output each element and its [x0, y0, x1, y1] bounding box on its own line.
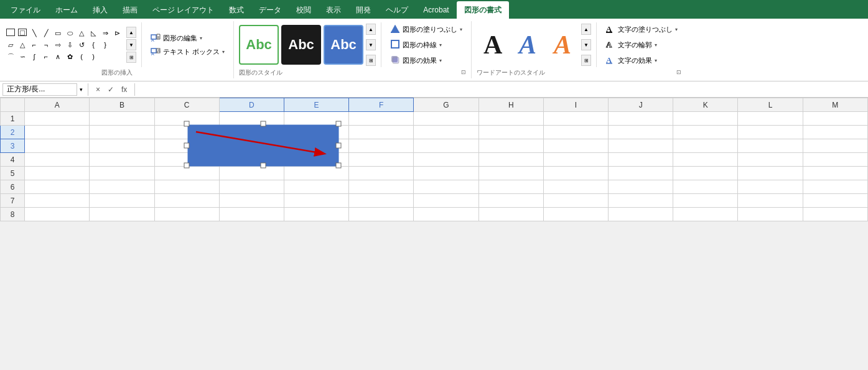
- cell-M4[interactable]: [803, 153, 867, 167]
- shape-rtriangle-icon[interactable]: ◺: [88, 27, 99, 39]
- cell-E4[interactable]: [284, 153, 348, 167]
- col-header-B[interactable]: B: [90, 98, 154, 112]
- cell-B6[interactable]: [90, 180, 154, 194]
- shape-style-2-button[interactable]: Abc: [281, 25, 321, 65]
- shape-chevron-icon[interactable]: ⊳: [111, 27, 123, 39]
- cell-F6[interactable]: [349, 180, 414, 194]
- name-box-dropdown-icon[interactable]: ▾: [80, 86, 83, 93]
- cell-D4[interactable]: [219, 153, 284, 167]
- cell-A5[interactable]: [25, 167, 90, 180]
- cell-J5[interactable]: [609, 167, 673, 180]
- cell-K3[interactable]: [673, 139, 738, 153]
- row-header-4[interactable]: 4: [1, 153, 25, 167]
- tab-acrobat[interactable]: Acrobat: [416, 1, 456, 19]
- shape-etc-icon[interactable]: [111, 39, 123, 50]
- textbox-button[interactable]: A A テキスト ボックス ▾: [147, 45, 228, 58]
- cell-L4[interactable]: [738, 153, 803, 167]
- col-header-E[interactable]: E: [284, 98, 348, 112]
- formula-button[interactable]: fx: [119, 84, 129, 95]
- text-fill-button[interactable]: A 文字の塗りつぶし ▾: [602, 22, 681, 36]
- shape-corner-icon[interactable]: ⌐: [40, 51, 52, 62]
- col-header-K[interactable]: K: [673, 98, 738, 112]
- cell-A4[interactable]: [25, 153, 90, 167]
- cell-E7[interactable]: [284, 194, 348, 208]
- cell-G2[interactable]: [414, 126, 478, 139]
- cell-I6[interactable]: [543, 180, 608, 194]
- tab-help[interactable]: ヘルプ: [378, 1, 416, 19]
- cell-A3[interactable]: [25, 139, 90, 153]
- cell-I4[interactable]: [543, 153, 608, 167]
- style-scroll-down[interactable]: ▼: [366, 39, 376, 50]
- cell-E8[interactable]: [284, 208, 348, 221]
- wordart-scroll-down[interactable]: ▼: [581, 39, 591, 50]
- shape-arrow3-icon[interactable]: ⇩: [64, 39, 75, 50]
- cell-L6[interactable]: [738, 180, 803, 194]
- cell-C2[interactable]: [154, 126, 219, 139]
- cell-D5[interactable]: [219, 167, 284, 180]
- cell-L5[interactable]: [738, 167, 803, 180]
- cell-G1[interactable]: [414, 112, 478, 126]
- cell-C8[interactable]: [154, 208, 219, 221]
- row-header-5[interactable]: 5: [1, 167, 25, 180]
- cell-C4[interactable]: [154, 153, 219, 167]
- tab-view[interactable]: 表示: [319, 1, 348, 19]
- cell-J3[interactable]: [609, 139, 673, 153]
- style-scroll-up[interactable]: ▲: [366, 24, 376, 35]
- col-header-L[interactable]: L: [738, 98, 803, 112]
- cell-J4[interactable]: [609, 153, 673, 167]
- shape-arc-icon[interactable]: ⌒: [5, 51, 16, 62]
- shape-rect2-icon[interactable]: ▭: [52, 27, 63, 39]
- wordart-orange-button[interactable]: A: [546, 27, 579, 62]
- shape-style-1-button[interactable]: Abc: [239, 25, 279, 65]
- text-outline-button[interactable]: A 文字の輪郭 ▾: [602, 38, 681, 52]
- cell-M3[interactable]: [803, 139, 867, 153]
- cell-K5[interactable]: [673, 167, 738, 180]
- shape-curly2-icon[interactable]: }: [100, 39, 111, 50]
- cell-F4[interactable]: [349, 153, 414, 167]
- shape-flower-icon[interactable]: ✿: [64, 51, 75, 62]
- cancel-button[interactable]: ×: [93, 84, 103, 95]
- shape-brace2-icon[interactable]: ): [88, 51, 99, 62]
- cell-D7[interactable]: [219, 194, 284, 208]
- cell-B3[interactable]: [90, 139, 154, 153]
- cell-I8[interactable]: [543, 208, 608, 221]
- cell-B5[interactable]: [90, 167, 154, 180]
- cell-B1[interactable]: [90, 112, 154, 126]
- shape-extra2-icon[interactable]: [111, 51, 123, 62]
- tab-file[interactable]: ファイル: [3, 1, 48, 19]
- cell-I1[interactable]: [543, 112, 608, 126]
- wordart-black-button[interactable]: A: [477, 27, 509, 62]
- row-header-6[interactable]: 6: [1, 180, 25, 194]
- cell-K1[interactable]: [673, 112, 738, 126]
- col-header-G[interactable]: G: [414, 98, 478, 112]
- cell-I5[interactable]: [543, 167, 608, 180]
- cell-H4[interactable]: [478, 153, 543, 167]
- shape-scroll-up[interactable]: ▲: [126, 27, 136, 38]
- col-header-M[interactable]: M: [803, 98, 867, 112]
- cell-I3[interactable]: [543, 139, 608, 153]
- tab-insert[interactable]: 挿入: [85, 1, 115, 19]
- shape-arrow2-icon[interactable]: ⇨: [52, 39, 63, 50]
- shape-circlearrow-icon[interactable]: ↺: [76, 39, 87, 50]
- cell-H8[interactable]: [478, 208, 543, 221]
- cell-L2[interactable]: [738, 126, 803, 139]
- cell-H6[interactable]: [478, 180, 543, 194]
- tab-review[interactable]: 校閲: [289, 1, 319, 19]
- row-header-3[interactable]: 3: [1, 139, 25, 153]
- cell-A1[interactable]: [25, 112, 90, 126]
- cell-B7[interactable]: [90, 194, 154, 208]
- edit-shape-button[interactable]: A 図形の編集 ▾: [147, 32, 228, 44]
- cell-G4[interactable]: [414, 153, 478, 167]
- cell-D6[interactable]: [219, 180, 284, 194]
- shape-curly1-icon[interactable]: {: [88, 39, 99, 50]
- formula-input[interactable]: [140, 84, 866, 95]
- col-header-H[interactable]: H: [478, 98, 543, 112]
- cell-B2[interactable]: [90, 126, 154, 139]
- shape-oval-icon[interactable]: ⬭: [64, 27, 75, 39]
- cell-I7[interactable]: [543, 194, 608, 208]
- col-header-C[interactable]: C: [154, 98, 219, 112]
- name-box[interactable]: [2, 83, 77, 96]
- cell-K6[interactable]: [673, 180, 738, 194]
- row-header-2[interactable]: 2: [1, 126, 25, 139]
- shape-effect-button[interactable]: 図形の効果 ▾: [386, 53, 466, 67]
